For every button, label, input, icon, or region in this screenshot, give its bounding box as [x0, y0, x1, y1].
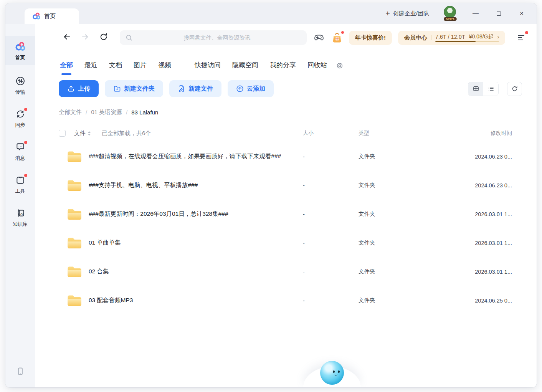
tab-home[interactable]: 首页 [25, 8, 79, 24]
ai-assistant-bubble[interactable] [320, 361, 344, 385]
minimize-button[interactable]: — [471, 9, 480, 18]
avatar[interactable]: SVIP6 [444, 6, 457, 21]
sidebar: 首页 传输 [5, 24, 35, 387]
main-menu-button[interactable] [517, 33, 525, 42]
tab-recent[interactable]: 最近 [84, 61, 97, 70]
tab-hidden-space[interactable]: 隐藏空间 [232, 61, 258, 70]
storage-price-text: ¥0.08/G起 [469, 33, 494, 40]
select-all-checkbox[interactable] [59, 130, 66, 137]
mascot-eye [333, 370, 335, 373]
refresh-list-button[interactable] [507, 82, 522, 96]
chevron-right-icon: › [497, 33, 499, 40]
table-row[interactable]: 03 配套音频MP3 - 文件夹 2024.06.25 0... [59, 286, 512, 315]
folder-icon [67, 179, 82, 191]
table-row[interactable]: 01 单曲单集 - 文件夹 2026.03.01 1... [59, 228, 512, 257]
type-column-header[interactable]: 类型 [359, 130, 435, 137]
ai-knowledge-icon: AI [15, 208, 26, 218]
maximize-icon [497, 12, 501, 16]
svg-text:AI: AI [20, 212, 23, 215]
games-icon[interactable] [314, 32, 324, 43]
vip-badge: SVIP6 [444, 17, 457, 21]
back-button[interactable] [62, 32, 71, 43]
breadcrumb-current: 83 Lalafun [131, 109, 158, 116]
folder-icon [67, 266, 82, 278]
file-list-header: 文件 已全部加载，共6个 大小 类型 修改时间 [59, 125, 512, 141]
notification-dot [525, 31, 528, 34]
breadcrumb-folder[interactable]: 01 英语资源 [91, 109, 122, 116]
titlebar: 首页 + 创建企业/团队 SVIP6 — × [5, 3, 537, 24]
sidebar-item-home[interactable]: 首页 [5, 36, 35, 65]
new-file-button[interactable]: 新建文件 [169, 80, 221, 97]
tab-documents[interactable]: 文档 [109, 61, 122, 70]
reload-button[interactable] [99, 32, 108, 43]
notification-dot [24, 174, 27, 177]
folder-icon [67, 237, 82, 249]
size-column-header[interactable]: 大小 [303, 130, 359, 137]
mascot-eye [338, 370, 340, 373]
storage-progress-bar [435, 41, 499, 42]
sidebar-item-messages[interactable]: 消息 [5, 137, 35, 166]
search-bar[interactable] [120, 30, 307, 45]
search-input[interactable] [133, 35, 301, 41]
plus-icon: + [385, 10, 390, 17]
category-tabs: 全部 最近 文档 图片 视频 快捷访问 隐藏空间 我的分享 回收站 [60, 61, 537, 70]
upload-button[interactable]: 上传 [59, 80, 99, 97]
netdisk-logo-icon [15, 41, 26, 52]
grid-view-button[interactable] [468, 82, 483, 96]
time-column-header[interactable]: 修改时间 [435, 130, 512, 137]
member-center-button[interactable]: 会员中心 7.6T / 12.0T ¥0.08/G起 › [398, 31, 505, 45]
storage-quota[interactable]: 7.6T / 12.0T ¥0.08/G起 › [435, 33, 499, 42]
notification-dot [341, 31, 344, 34]
tab-quick-access[interactable]: 快捷访问 [195, 61, 221, 70]
notification-dot [24, 108, 27, 111]
toolbox-icon [15, 175, 26, 185]
gift-bag-icon[interactable] [331, 32, 343, 43]
tab-my-shares[interactable]: 我的分享 [270, 61, 296, 70]
tab-videos[interactable]: 视频 [158, 61, 171, 70]
action-bar: 上传 新建文件夹 新建文件 [59, 80, 522, 97]
sidebar-item-sync[interactable]: 同步 [5, 104, 35, 133]
file-list: ###超清视频，在线观看会压缩画质，如果要画质好，请下载下来观看### - 文件… [59, 142, 512, 315]
storage-usage-text: 7.6T / 12.0T [435, 34, 465, 40]
browser-toolbar: 年卡惊喜价! 会员中心 7.6T / 12.0T ¥0.08/G起 › [62, 29, 525, 46]
tab-settings-icon[interactable] [336, 62, 343, 69]
table-row[interactable]: ###支持手机、电脑、电视、平板播放### - 文件夹 2024.06.23 0… [59, 171, 512, 200]
sidebar-item-tools[interactable]: 工具 [5, 170, 35, 199]
divider [183, 62, 183, 69]
tab-all[interactable]: 全部 [60, 61, 73, 70]
tab-pictures[interactable]: 图片 [134, 61, 147, 70]
maximize-button[interactable] [494, 9, 503, 18]
folder-icon [67, 208, 82, 220]
close-button[interactable]: × [517, 9, 526, 18]
breadcrumb: 全部文件 / 01 英语资源 / 83 Lalafun [59, 109, 537, 116]
mascot-smile [334, 374, 337, 375]
file-column-header[interactable]: 文件 [74, 130, 86, 137]
assistant-mascot-area [301, 364, 363, 387]
table-row[interactable]: ###最新更新时间：2026年03月01日，总计328集### - 文件夹 20… [59, 200, 512, 228]
sync-icon [15, 109, 26, 119]
breadcrumb-root[interactable]: 全部文件 [59, 109, 82, 116]
tab-recycle-bin[interactable]: 回收站 [307, 61, 327, 70]
search-icon [125, 34, 133, 41]
annual-card-promo-button[interactable]: 年卡惊喜价! [349, 31, 392, 45]
message-icon [15, 142, 26, 152]
load-status: 已全部加载，共6个 [102, 130, 151, 137]
sidebar-item-knowledge[interactable]: AI 知识库 [5, 203, 35, 232]
table-row[interactable]: 02 合集 - 文件夹 2026.03.01 1... [59, 257, 512, 286]
view-mode-toggle [468, 82, 499, 96]
netdisk-logo-icon [32, 12, 41, 20]
avatar-image [444, 6, 456, 18]
folder-icon [67, 294, 82, 306]
sidebar-item-transfer[interactable]: 传输 [5, 71, 35, 100]
list-view-button[interactable] [483, 82, 498, 96]
create-team-button[interactable]: + 创建企业/团队 [385, 10, 429, 17]
notification-dot [24, 141, 27, 144]
tab-title: 首页 [44, 13, 56, 20]
sort-icon[interactable] [88, 131, 91, 136]
new-folder-button[interactable]: 新建文件夹 [105, 80, 163, 97]
divider [431, 35, 431, 40]
forward-button[interactable] [81, 32, 90, 43]
table-row[interactable]: ###超清视频，在线观看会压缩画质，如果要画质好，请下载下来观看### - 文件… [59, 142, 512, 171]
cloud-add-button[interactable]: 云添加 [228, 80, 274, 97]
mobile-app-icon[interactable] [16, 367, 25, 377]
